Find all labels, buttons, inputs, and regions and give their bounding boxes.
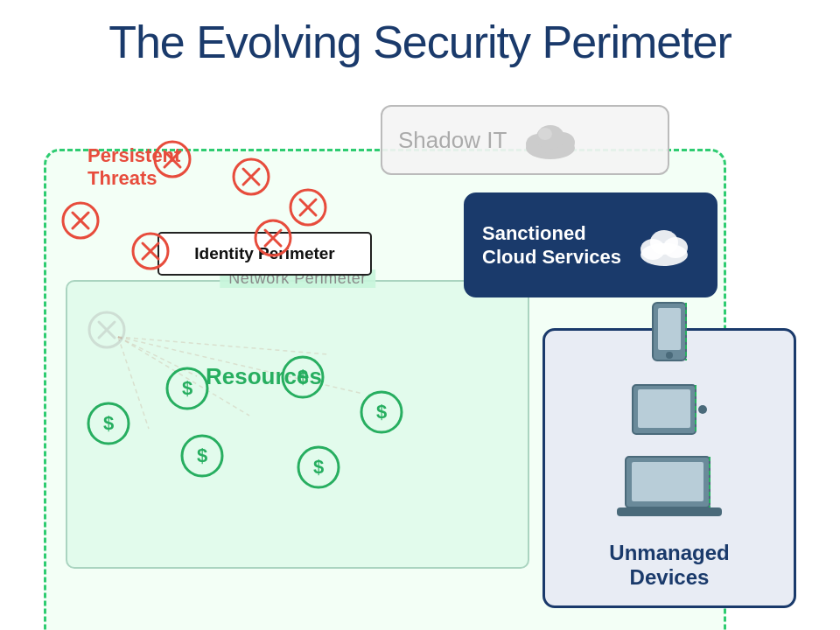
threat-circle-5	[254, 219, 292, 257]
svg-rect-19	[638, 389, 690, 428]
shadow-it-label: Shadow IT	[398, 127, 507, 154]
svg-text:$: $	[182, 377, 192, 399]
svg-rect-23	[632, 462, 704, 501]
resource-circle-6: $	[296, 444, 341, 490]
shadow-it-box: Shadow IT	[381, 105, 669, 175]
phone-icon	[644, 299, 695, 376]
svg-rect-24	[617, 508, 722, 516]
threat-circle-1	[153, 140, 192, 178]
shadow-it-cloud-icon	[519, 118, 582, 162]
unmanaged-devices-box: UnmanagedDevices	[542, 328, 796, 608]
svg-text:$: $	[103, 412, 114, 434]
svg-point-9	[538, 128, 552, 140]
svg-text:$: $	[376, 401, 387, 423]
svg-text:$: $	[313, 456, 324, 478]
svg-point-16	[666, 352, 673, 359]
svg-point-20	[698, 405, 707, 414]
devices-icons	[612, 299, 726, 523]
threat-circle-4	[131, 232, 170, 270]
svg-text:$: $	[197, 444, 207, 466]
laptop-icon	[612, 453, 726, 523]
inner-threat-circle	[88, 311, 126, 349]
resource-circle-2: $	[164, 366, 210, 411]
sanctioned-cloud-box: SanctionedCloud Services	[464, 192, 718, 298]
unmanaged-devices-label: UnmanagedDevices	[609, 541, 729, 590]
threat-circle-2	[232, 158, 270, 196]
resources-label: Resources	[206, 363, 322, 390]
svg-point-13	[650, 230, 678, 255]
resource-circle-5: $	[179, 433, 225, 479]
resource-circle-4: $	[359, 389, 404, 435]
sanctioned-cloud-icon	[634, 221, 695, 270]
sanctioned-cloud-label: SanctionedCloud Services	[482, 221, 621, 270]
svg-rect-15	[658, 308, 681, 350]
resource-circle-1: $	[86, 401, 131, 446]
tablet-icon	[626, 382, 713, 448]
page-title: The Evolving Security Perimeter	[0, 0, 840, 77]
threat-circle-3	[61, 201, 100, 240]
diagram-area: Network Perimeter Shadow IT SanctionedCl…	[18, 96, 822, 617]
threat-circle-6	[289, 188, 327, 227]
network-perimeter: Network Perimeter	[66, 280, 529, 569]
